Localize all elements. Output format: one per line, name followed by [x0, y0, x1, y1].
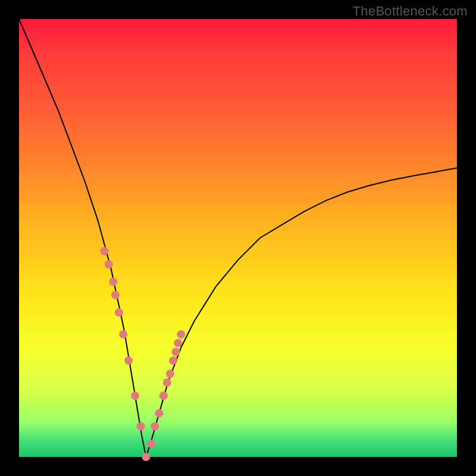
sample-dot: [115, 308, 123, 317]
sample-dot: [142, 453, 150, 461]
sample-dot: [119, 330, 127, 339]
chart-frame: TheBottleneck.com: [0, 0, 476, 476]
sample-dot: [111, 291, 120, 299]
watermark-text: TheBottleneck.com: [353, 4, 468, 19]
sample-dot: [131, 392, 139, 400]
sample-dot: [137, 422, 145, 431]
bottleneck-curve: [19, 19, 457, 457]
sample-dot: [159, 392, 168, 400]
sample-dot: [163, 378, 171, 387]
sample-dot: [151, 422, 159, 431]
plot-area: [19, 19, 457, 457]
sample-dot: [155, 409, 164, 417]
sample-dot: [177, 330, 185, 339]
sample-dot: [172, 347, 180, 356]
sample-dots-group: [101, 247, 186, 461]
sample-dot: [105, 260, 113, 268]
sample-dot: [147, 440, 155, 448]
sample-dot: [109, 278, 117, 286]
sample-dot: [166, 369, 174, 378]
bottleneck-chart-svg: [19, 19, 457, 457]
sample-dot: [174, 339, 182, 347]
sample-dot: [169, 356, 177, 365]
sample-dot: [101, 247, 109, 255]
sample-dot: [124, 356, 133, 365]
